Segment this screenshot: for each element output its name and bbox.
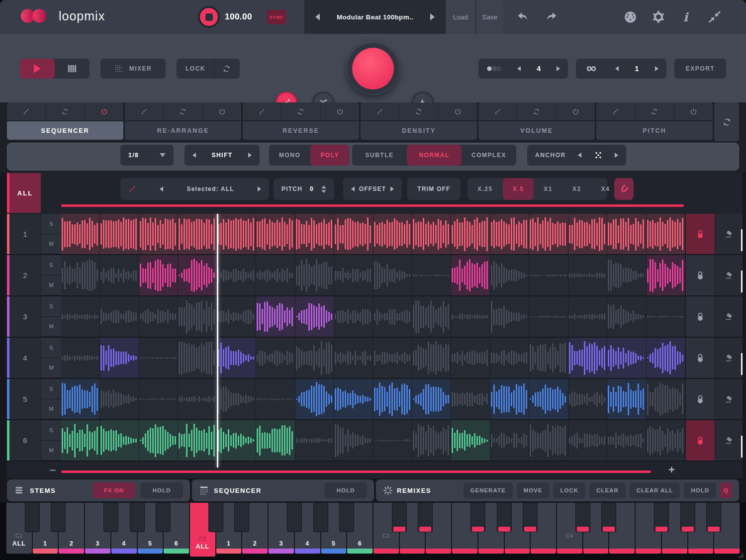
grid-cell[interactable] [568,296,607,337]
speed-x5[interactable]: X.5 [503,178,534,200]
grid-cell[interactable] [607,255,646,295]
black-key[interactable] [234,502,249,532]
grid-cell[interactable] [295,379,334,419]
grid-cell[interactable] [451,338,490,378]
track-erase-button[interactable] [715,338,743,378]
mute-button[interactable]: M [41,276,61,296]
tab-sequencer[interactable]: SEQUENCER [7,102,123,141]
black-key[interactable] [392,502,407,532]
grid-cell[interactable] [178,379,217,419]
add-range-button[interactable]: + [668,465,675,475]
black-key[interactable] [470,502,485,532]
grid-cell[interactable] [373,379,412,419]
tab-label-1[interactable]: SEQUENCER [7,121,123,140]
grid-cell[interactable] [256,420,295,461]
black-key[interactable] [654,502,669,532]
power-icon[interactable] [85,102,123,120]
anchor-next-button[interactable] [615,153,618,158]
stop-button[interactable] [198,6,220,28]
grid-cell[interactable] [334,420,373,461]
power-icon[interactable] [556,102,595,120]
grid-cell[interactable] [412,338,451,378]
black-key[interactable] [313,502,328,532]
grid-cell[interactable] [217,420,256,461]
grid-cell[interactable] [647,338,685,378]
redo-icon[interactable] [545,0,558,34]
grid-cell[interactable] [295,338,334,378]
grid-cell[interactable] [256,379,295,419]
pitch-value[interactable]: 0 [310,186,314,192]
tab-label-2[interactable]: RE-ARRANGE [125,121,241,140]
loop-value[interactable]: 1 [635,65,639,73]
black-key[interactable] [208,502,223,532]
save-button[interactable]: Save [475,0,503,34]
grid-cell[interactable] [178,420,217,461]
remix-move-button[interactable]: MOVE [517,482,550,498]
grid-cell[interactable] [217,379,256,419]
bottom-loop-range-bar[interactable] [61,470,651,473]
dice-icon[interactable] [596,102,635,120]
grid-cell[interactable] [490,338,529,378]
black-key[interactable] [130,502,145,532]
grid-cell[interactable] [490,379,529,419]
grid-cell[interactable] [607,420,646,461]
grid-cell[interactable] [178,255,217,295]
dice-icon[interactable] [361,102,399,120]
grid-cell[interactable] [568,214,607,254]
grid-cell[interactable] [490,214,529,254]
black-key[interactable] [680,502,695,532]
mute-button[interactable]: M [41,399,61,420]
grid-cell[interactable] [647,420,685,461]
grid-cell[interactable] [529,338,568,378]
grid-cell[interactable] [61,338,100,378]
bpm-display[interactable]: 100.00 [225,0,252,34]
grid-cell[interactable] [100,255,139,295]
black-key[interactable] [103,502,118,532]
grid-cell[interactable] [412,296,451,337]
play-button[interactable] [20,59,55,79]
track-lock-button[interactable] [685,379,715,419]
dice-icon[interactable] [125,102,163,120]
grid-cell[interactable] [61,214,100,254]
stems-hold-button[interactable]: HOLD [140,482,183,498]
black-key[interactable] [575,502,590,532]
grid-cell[interactable] [647,255,685,295]
black-key[interactable] [418,502,433,532]
preset-next-button[interactable] [430,13,435,20]
tab-pitch[interactable]: PITCH [596,102,713,141]
grid-cell[interactable] [178,296,217,337]
speed-x1[interactable]: X1 [534,178,562,200]
grid-cell[interactable] [217,255,256,295]
shrink-range-button[interactable] [50,469,56,471]
loop-prev-button[interactable] [615,66,619,71]
grid-cell[interactable] [217,296,256,337]
grid-cell[interactable] [647,296,685,337]
grid-cell[interactable] [647,379,685,419]
grid-cell[interactable] [451,379,490,419]
track-lock-button[interactable] [685,296,715,337]
lock-button[interactable]: LOCK [177,59,240,79]
grid-cell[interactable] [568,379,607,419]
remix-generate-button[interactable]: GENERATE [464,482,513,498]
grid-cell[interactable] [373,214,412,254]
black-key[interactable] [156,502,171,532]
mute-button[interactable]: M [41,234,61,255]
grid-cell[interactable] [529,214,568,254]
grid-cell[interactable] [256,255,295,295]
grid-cell[interactable] [412,255,451,295]
track-erase-button[interactable] [715,214,743,254]
grid-cell[interactable] [295,296,334,337]
undo-icon[interactable] [516,0,529,34]
pitch-stepper[interactable] [321,186,326,193]
black-key[interactable] [339,502,354,532]
grid-cell[interactable] [334,214,373,254]
track-lock-button[interactable] [685,214,715,254]
grid-cell[interactable] [256,214,295,254]
anchor-prev-button[interactable] [578,153,581,158]
grid-cell[interactable] [139,296,178,337]
offset-right-button[interactable] [390,187,394,191]
refresh-icon[interactable] [281,102,320,120]
remix-lock-button[interactable]: LOCK [553,482,585,498]
black-key[interactable] [51,502,66,532]
grid-cell[interactable] [178,338,217,378]
